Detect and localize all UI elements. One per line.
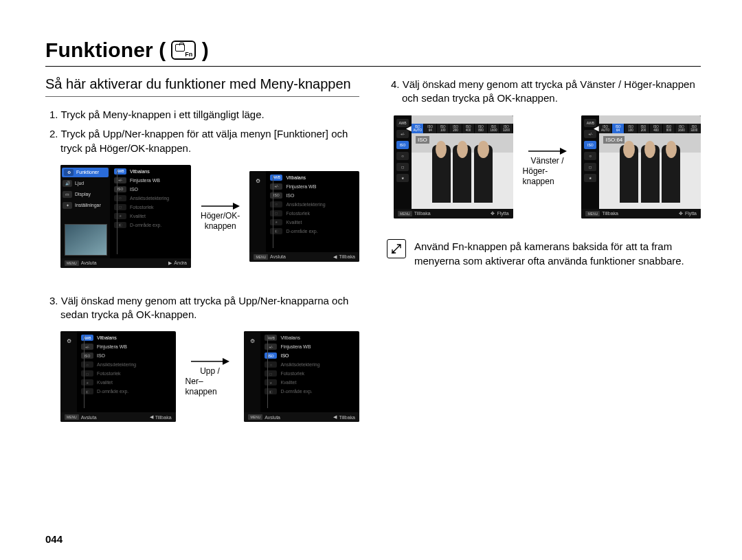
paren-open: (: [153, 38, 166, 62]
figure-row-1: ⚙Funktioner 🔊Ljud ▭Display ✦Inställninga…: [60, 165, 359, 268]
iso-label: ISO: [416, 136, 429, 144]
fn-icon-small: ⚙: [250, 338, 255, 344]
paren-close: ): [196, 38, 208, 62]
step-1: 1. Tryck på Meny-knappen i ett tillgängl…: [60, 108, 359, 122]
note-row: Använd Fn-knappen på kamerans baksida fö…: [387, 239, 701, 268]
note-icon: [387, 239, 406, 258]
fn-icon: Fn: [171, 41, 196, 60]
left-column: Så här aktiverar du funktioner med Meny-…: [45, 74, 359, 440]
figure-row-2: ⚙ AWBVitbalans +/-Finjustera WB ISOISO ☺…: [60, 331, 359, 422]
chevron-left-icon: ◀: [406, 122, 412, 135]
camera-screen-2: ⚙ AWBVitbalans +/-Finjustera WB ISOISO ☺…: [249, 171, 359, 262]
figure-row-3: AWB +/- ISO ☺ ◻ ★ ◀ ISOAUTO: [394, 115, 701, 219]
section-subheading: Så här aktiverar du funktioner med Meny-…: [45, 76, 359, 97]
arrow-1-label: Höger/OK- knappen: [201, 201, 240, 232]
preview-thumbnail: [65, 224, 107, 256]
step-4: 4. Välj önskad meny genom att trycka på …: [402, 78, 701, 106]
camera-screen-1: ⚙Funktioner 🔊Ljud ▭Display ✦Inställninga…: [60, 165, 191, 268]
menu-item-installningar: ✦Inställningar: [60, 201, 110, 210]
arrow-2-label: Upp / Ner–knappen: [186, 357, 235, 397]
camera-screen-4: ⚙ AWBVitbalans +/-Finjustera WB ISOISO ☺…: [244, 331, 359, 422]
arrow-right-icon: [191, 357, 229, 366]
chevron-left-icon: ◀: [594, 122, 599, 135]
menu-item-display: ▭Display: [60, 190, 110, 199]
step-2: 2. Tryck på Upp/Ner-knappen för att välj…: [60, 127, 359, 155]
step-3: 3. Välj önskad meny genom att trycka på …: [60, 294, 359, 322]
camera-screen-3: ⚙ AWBVitbalans +/-Finjustera WB ISOISO ☺…: [60, 331, 176, 422]
page-title: Funktioner: [45, 38, 153, 62]
right-column: 4. Välj önskad meny genom att trycka på …: [387, 74, 701, 440]
page-number: 044: [45, 533, 63, 545]
note-text: Använd Fn-knappen på kamerans baksida fö…: [414, 239, 701, 268]
menu-item-ljud: 🔊Ljud: [60, 179, 110, 188]
svg-marker-1: [233, 203, 240, 210]
menu-item-funktioner: ⚙Funktioner: [62, 168, 109, 177]
arrow-3-label: Vänster / Höger-knappen: [523, 146, 572, 187]
camera-screen-5: AWB +/- ISO ☺ ◻ ★ ◀ ISOAUTO: [394, 115, 513, 219]
arrow-right-icon: [201, 201, 240, 211]
iso-label-value: ISO:64: [603, 136, 625, 144]
fn-icon-small: ⚙: [67, 338, 71, 344]
camera-screen-6: AWB +/- ISO ☺ ◻ ★ ◀ ISOAUTO: [581, 115, 701, 219]
svg-marker-3: [223, 358, 229, 365]
arrow-right-icon: [528, 146, 567, 156]
svg-marker-5: [560, 148, 567, 155]
page-title-row: Funktioner ( Fn ): [45, 38, 701, 67]
fn-icon-small: ⚙: [256, 178, 260, 184]
